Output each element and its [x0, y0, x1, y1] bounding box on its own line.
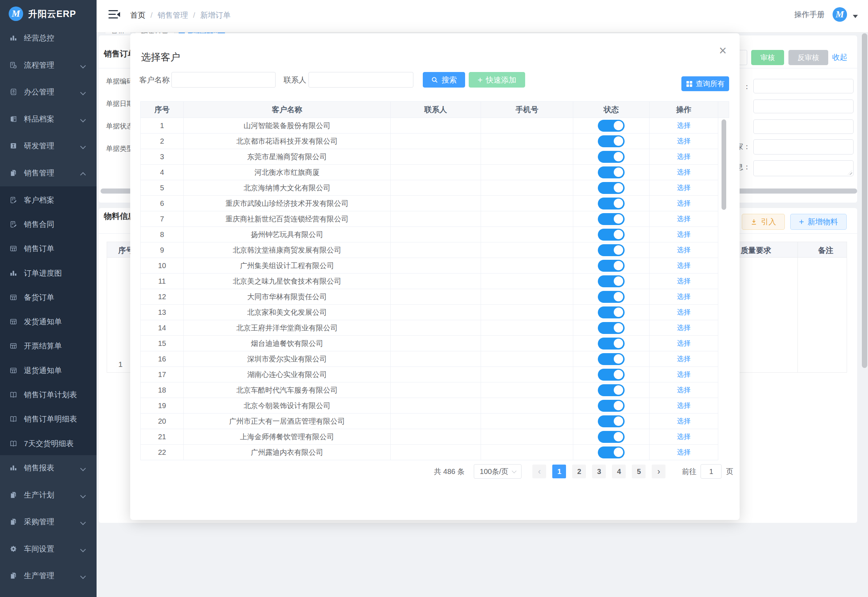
- status-toggle[interactable]: [598, 151, 625, 163]
- sidebar-item-采购管理[interactable]: 采购管理: [0, 514, 96, 529]
- sidebar-item-生产管理[interactable]: 生产管理: [0, 569, 96, 583]
- status-toggle[interactable]: [598, 306, 625, 318]
- status-toggle[interactable]: [598, 337, 625, 349]
- select-link[interactable]: 选择: [677, 417, 691, 425]
- sidebar-item-客户档案[interactable]: 客户档案: [0, 193, 96, 207]
- page-button-4[interactable]: 4: [612, 465, 626, 478]
- next-page-button[interactable]: ›: [652, 465, 665, 478]
- quick-add-button[interactable]: + 快速添加: [469, 72, 525, 88]
- status-toggle[interactable]: [598, 369, 625, 381]
- status-toggle[interactable]: [598, 353, 625, 365]
- status-toggle[interactable]: [598, 135, 625, 147]
- sidebar-item-生产计划[interactable]: 生产计划: [0, 488, 96, 502]
- select-link[interactable]: 选择: [677, 137, 691, 145]
- breadcrumb-item[interactable]: 首页: [130, 10, 145, 20]
- status-toggle[interactable]: [598, 384, 625, 396]
- select-link[interactable]: 选择: [677, 168, 691, 176]
- status-toggle[interactable]: [598, 213, 625, 225]
- add-material-button[interactable]: + 新增物料: [790, 214, 847, 230]
- goto-page-input[interactable]: [701, 464, 721, 479]
- select-link[interactable]: 选择: [677, 339, 691, 347]
- sidebar-item-退货通知单[interactable]: 退货通知单: [0, 363, 96, 378]
- sidebar-item-研发管理[interactable]: 研发管理: [0, 138, 96, 153]
- select-link[interactable]: 选择: [677, 246, 691, 254]
- customer-name-input[interactable]: [172, 72, 276, 88]
- page-button-5[interactable]: 5: [632, 465, 646, 478]
- page-size-select[interactable]: 100条/页: [474, 464, 521, 479]
- sidebar-item-销售订单计划表[interactable]: 销售订单计划表: [0, 388, 96, 402]
- sidebar-item-流程管理[interactable]: 流程管理: [0, 58, 96, 72]
- status-toggle[interactable]: [598, 322, 625, 334]
- sidebar-item-车间设置[interactable]: 车间设置: [0, 542, 96, 556]
- manual-link[interactable]: 操作手册: [794, 9, 825, 19]
- status-toggle[interactable]: [598, 400, 625, 412]
- select-link[interactable]: 选择: [677, 230, 691, 238]
- sidebar-item-料品档案[interactable]: 料品档案: [0, 112, 96, 126]
- sidebar-item-办公管理[interactable]: 办公管理: [0, 85, 96, 99]
- select-link[interactable]: 选择: [677, 433, 691, 440]
- resize-handle-icon[interactable]: [848, 171, 852, 175]
- status-toggle[interactable]: [598, 260, 625, 272]
- import-button[interactable]: 引入: [742, 214, 785, 230]
- select-link[interactable]: 选择: [677, 324, 691, 331]
- status-toggle[interactable]: [598, 166, 625, 178]
- status-toggle[interactable]: [598, 447, 625, 459]
- sidebar-item-7天交货明细表[interactable]: 7天交货明细表: [0, 437, 96, 451]
- page-button-3[interactable]: 3: [592, 465, 606, 478]
- select-link[interactable]: 选择: [677, 386, 691, 394]
- status-toggle[interactable]: [598, 229, 625, 241]
- sidebar-item-加工车间[interactable]: 加工车间: [0, 596, 96, 597]
- sidebar-item-销售报表[interactable]: 销售报表: [0, 460, 96, 475]
- status-toggle[interactable]: [598, 244, 625, 256]
- sidebar-item-备货订单[interactable]: 备货订单: [0, 290, 96, 304]
- status-toggle[interactable]: [598, 120, 625, 132]
- select-link[interactable]: 选择: [677, 448, 691, 456]
- sidebar-item-销售管理[interactable]: 销售管理: [0, 166, 96, 180]
- select-link[interactable]: 选择: [677, 215, 691, 223]
- status-toggle[interactable]: [598, 275, 625, 287]
- sidebar-item-订单进度图[interactable]: 订单进度图: [0, 266, 96, 281]
- select-link[interactable]: 选择: [677, 199, 691, 207]
- vertical-scrollbar[interactable]: [721, 119, 726, 210]
- select-link[interactable]: 选择: [677, 293, 691, 300]
- order-field-1[interactable]: [753, 79, 853, 94]
- unaudit-button[interactable]: 反审核: [788, 50, 828, 65]
- sidebar-item-销售订单明细表[interactable]: 销售订单明细表: [0, 412, 96, 426]
- select-link[interactable]: 选择: [677, 277, 691, 285]
- select-link[interactable]: 选择: [677, 370, 691, 378]
- query-all-button[interactable]: 查询所有: [681, 76, 729, 91]
- order-remark-textarea[interactable]: [753, 160, 853, 176]
- select-link[interactable]: 选择: [677, 308, 691, 316]
- status-toggle[interactable]: [598, 198, 625, 209]
- select-link[interactable]: 选择: [677, 184, 691, 192]
- order-field-4[interactable]: [753, 139, 853, 154]
- select-link[interactable]: 选择: [677, 122, 691, 129]
- sidebar-item-销售合同[interactable]: 销售合同: [0, 217, 96, 232]
- page-scrollbar[interactable]: [862, 33, 867, 368]
- status-toggle[interactable]: [598, 291, 625, 303]
- select-link[interactable]: 选择: [677, 355, 691, 362]
- order-field-2[interactable]: [753, 100, 853, 113]
- contact-input[interactable]: [308, 72, 413, 88]
- collapse-link[interactable]: 收起: [832, 52, 847, 62]
- sidebar-item-经营总控[interactable]: 经营总控: [0, 31, 96, 45]
- select-link[interactable]: 选择: [677, 153, 691, 160]
- prev-page-button[interactable]: ‹: [532, 465, 546, 478]
- status-toggle[interactable]: [598, 182, 625, 194]
- chevron-down-icon[interactable]: [853, 15, 858, 18]
- status-toggle[interactable]: [598, 415, 625, 427]
- order-field-3[interactable]: [753, 119, 853, 134]
- select-link[interactable]: 选择: [677, 402, 691, 409]
- page-button-2[interactable]: 2: [572, 465, 586, 478]
- sidebar-item-开票结算单[interactable]: 开票结算单: [0, 339, 96, 353]
- status-toggle[interactable]: [598, 431, 625, 443]
- avatar[interactable]: M: [832, 7, 847, 22]
- collapse-menu-icon[interactable]: [108, 9, 119, 19]
- close-icon[interactable]: ×: [719, 44, 727, 57]
- audit-button[interactable]: 审核: [751, 50, 784, 65]
- page-button-1[interactable]: 1: [552, 465, 566, 478]
- search-button[interactable]: 搜索: [423, 72, 465, 88]
- sidebar-item-销售订单[interactable]: 销售订单: [0, 241, 96, 256]
- select-link[interactable]: 选择: [677, 261, 691, 269]
- sidebar-item-发货通知单[interactable]: 发货通知单: [0, 315, 96, 329]
